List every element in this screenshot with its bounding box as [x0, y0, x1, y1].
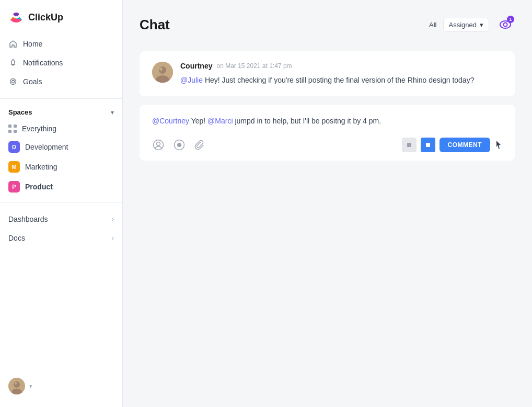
reply-text-1: Yep! — [189, 117, 207, 125]
product-badge: P — [8, 181, 20, 193]
sidebar: ClickUp Home Notifications Goals Spaces … — [0, 0, 123, 407]
docs-item[interactable]: Docs › — [0, 229, 122, 247]
mention-marci: @Marci — [207, 117, 233, 125]
clickup-logo-icon — [8, 9, 24, 25]
app-name: ClickUp — [28, 12, 63, 23]
user-circle-icon[interactable] — [152, 139, 165, 151]
dashboards-item[interactable]: Dashboards › — [0, 210, 122, 229]
goals-icon — [8, 77, 18, 86]
assigned-filter[interactable]: Assigned ▾ — [443, 18, 489, 32]
svg-point-15 — [177, 143, 181, 147]
mention-courtney: @Courtney — [152, 117, 189, 125]
attach-icon[interactable] — [194, 139, 206, 151]
svg-point-7 — [504, 23, 507, 27]
svg-point-13 — [157, 142, 160, 145]
spaces-label: Spaces — [8, 108, 32, 116]
page-title: Chat — [140, 17, 170, 33]
reply-toolbar: COMMENT — [152, 138, 503, 152]
sidebar-sections: Dashboards › Docs › — [0, 210, 122, 247]
assigned-chevron-icon: ▾ — [480, 21, 483, 29]
user-profile[interactable]: ▾ — [0, 371, 122, 401]
docs-chevron: › — [112, 234, 114, 242]
nav-goals-label: Goals — [23, 77, 42, 86]
logo[interactable]: ClickUp — [0, 0, 122, 32]
svg-point-3 — [14, 381, 20, 388]
space-product-label: Product — [25, 183, 53, 191]
dashboards-chevron: › — [112, 216, 114, 223]
nav-home-label: Home — [23, 40, 42, 48]
page-header: Chat All Assigned ▾ 1 — [123, 0, 532, 43]
nav-notifications-label: Notifications — [23, 59, 63, 67]
reply-text-2: jumpd in to help, but I'll be positng it… — [233, 117, 381, 125]
svg-point-1 — [12, 81, 15, 83]
space-development-label: Development — [25, 143, 68, 151]
cursor-icon — [494, 140, 503, 150]
dashboards-left: Dashboards — [8, 215, 48, 223]
space-product[interactable]: P Product — [0, 177, 122, 197]
chevron-down-icon: ▾ — [111, 109, 114, 116]
main-nav: Home Notifications Goals — [0, 32, 122, 93]
bell-icon — [8, 58, 18, 67]
space-everything[interactable]: Everything — [0, 120, 122, 137]
format-btn-1[interactable] — [402, 138, 417, 152]
svg-point-11 — [159, 67, 163, 71]
development-badge: D — [8, 141, 20, 153]
mention-julie: @Julie — [180, 76, 203, 84]
spaces-header[interactable]: Spaces ▾ — [0, 104, 122, 120]
record-icon[interactable] — [173, 139, 186, 151]
message-1-time: on Mar 15 2021 at 1:47 pm — [216, 62, 292, 70]
assigned-label: Assigned — [449, 21, 477, 29]
header-actions: All Assigned ▾ 1 — [429, 15, 515, 35]
courtney-avatar — [152, 62, 173, 83]
notification-bell[interactable]: 1 — [495, 15, 515, 35]
nav-notifications[interactable]: Notifications — [0, 53, 122, 72]
divider-2 — [0, 202, 122, 202]
reply-icons — [152, 139, 206, 151]
message-1-header: Courtney on Mar 15 2021 at 1:47 pm — [180, 62, 503, 70]
notification-count: 1 — [507, 16, 514, 23]
home-icon — [8, 39, 18, 49]
docs-label: Docs — [8, 234, 25, 242]
divider-1 — [0, 98, 122, 99]
reply-box: @Courtney Yep! @Marci jumpd in to help, … — [140, 105, 515, 160]
nav-home[interactable]: Home — [0, 35, 122, 53]
avatar — [8, 378, 25, 394]
message-1: Courtney on Mar 15 2021 at 1:47 pm @Juli… — [140, 51, 515, 96]
message-1-text: @Julie Hey! Just checking if you're stil… — [180, 74, 503, 86]
svg-rect-16 — [407, 143, 411, 147]
svg-rect-17 — [426, 143, 430, 147]
grid-icon — [8, 125, 17, 133]
user-chevron-icon: ▾ — [29, 383, 32, 390]
chat-area: Courtney on Mar 15 2021 at 1:47 pm @Juli… — [123, 43, 532, 407]
format-btn-2[interactable] — [421, 138, 435, 152]
svg-point-0 — [10, 79, 16, 85]
svg-point-5 — [15, 382, 17, 385]
reply-text: @Courtney Yep! @Marci jumpd in to help, … — [152, 115, 503, 127]
marketing-badge: M — [8, 161, 20, 173]
main-content: Chat All Assigned ▾ 1 — [123, 0, 532, 407]
nav-goals[interactable]: Goals — [0, 72, 122, 91]
dashboards-label: Dashboards — [8, 215, 48, 223]
space-marketing[interactable]: M Marketing — [0, 157, 122, 177]
message-1-content: Courtney on Mar 15 2021 at 1:47 pm @Juli… — [180, 62, 503, 86]
reply-actions: COMMENT — [402, 138, 503, 152]
space-development[interactable]: D Development — [0, 137, 122, 157]
message-1-author: Courtney — [180, 62, 212, 70]
comment-button[interactable]: COMMENT — [440, 138, 491, 152]
space-marketing-label: Marketing — [25, 163, 57, 171]
space-everything-label: Everything — [22, 125, 56, 133]
filter-all[interactable]: All — [429, 21, 436, 29]
docs-left: Docs — [8, 234, 25, 242]
message-1-body: Hey! Just checking if you're still posti… — [203, 76, 474, 84]
